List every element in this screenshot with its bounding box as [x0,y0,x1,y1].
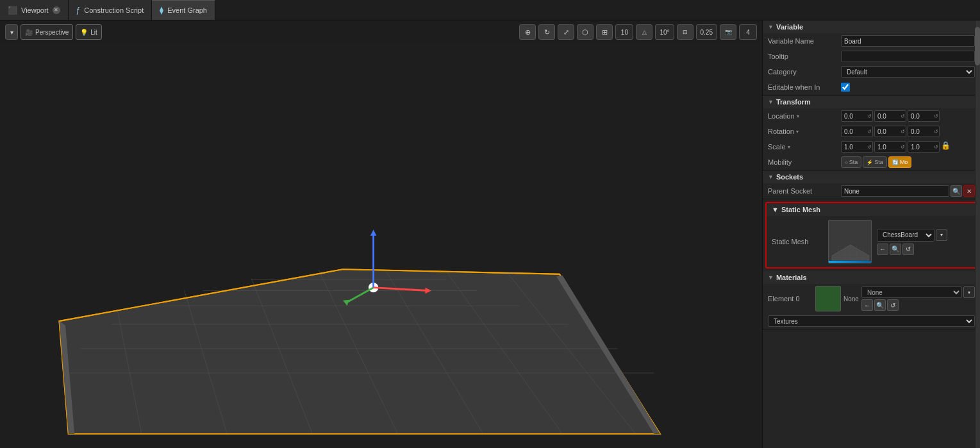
location-dropdown-arrow: ▾ [797,113,799,119]
location-inputs: ↺ ↺ ↺ [841,110,940,122]
mesh-back-btn[interactable]: ← [877,244,888,255]
mobility-stationary-btn[interactable]: ⚡ Sta [863,156,887,168]
scale-dropdown-arrow: ▾ [788,144,790,150]
mobility-row: Mobility ○ Sta ⚡ Sta 🔄 Mo [763,154,980,170]
transform-section: ▼ Transform Location ▾ ↺ ↺ [763,95,980,170]
sockets-collapse-arrow: ▼ [768,174,774,180]
editable-checkbox[interactable] [841,83,850,92]
category-select[interactable]: Default [841,66,975,78]
grid-size-btn[interactable]: 10 [615,24,633,40]
variable-section-header[interactable]: ▼ Variable [763,21,980,33]
variable-name-input[interactable] [841,35,975,47]
scene-3d[interactable] [0,44,762,448]
material-dropdown-arrow[interactable]: ▾ [963,286,975,298]
socket-clear-btn[interactable]: ✕ [963,185,975,197]
location-z-reset[interactable]: ↺ [934,113,938,119]
rotation-y-reset[interactable]: ↺ [901,129,905,135]
sockets-section-title: Sockets [776,173,803,181]
material-controls: None ▾ ← 🔍 ↺ [861,286,975,311]
grid-size-value: 10 [621,29,628,36]
camera-btn[interactable]: 📷 [720,24,736,40]
viewport-panel: ▾ 🎥 Perspective 💡 Lit ⊕ ↻ ⤢ ⬡ ⊞ 10 △ 10°… [0,21,762,448]
mobility-group: ○ Sta ⚡ Sta 🔄 Mo [841,156,911,168]
stationary-icon: ⚡ [867,160,873,165]
movable-icon: 🔄 [892,160,899,165]
mesh-action-row: ← 🔍 ↺ [877,244,947,255]
scale-btn[interactable]: ⤢ [558,24,574,40]
location-z-wrap: ↺ [908,110,940,122]
scale-z-reset[interactable]: ↺ [934,144,938,150]
textures-dropdown[interactable]: Textures [768,315,975,327]
mobility-movable-btn[interactable]: 🔄 Mo [888,156,912,168]
mesh-preview-svg [829,220,872,263]
tab-event-graph[interactable]: ⧫ Event Graph [152,0,215,20]
socket-search-btn[interactable]: 🔍 [951,185,962,197]
snap-btn[interactable]: ⊡ [677,24,693,40]
parent-socket-input[interactable] [841,185,949,197]
snap-size-btn[interactable]: 0.25 [696,24,717,40]
lit-btn[interactable]: 💡 Lit [76,24,102,40]
script-icon: ƒ [76,6,81,15]
movable-label: Mo [900,159,908,165]
rotate-btn[interactable]: ↻ [538,24,555,40]
scrollbar[interactable] [975,21,980,448]
angle-icon[interactable]: △ [636,24,652,40]
scale-y-reset[interactable]: ↺ [901,144,905,150]
transform-section-title: Transform [776,98,811,106]
location-y-reset[interactable]: ↺ [901,113,905,119]
snap-size-value: 0.25 [701,29,713,36]
mobility-static-btn[interactable]: ○ Sta [841,156,861,168]
material-back-btn[interactable]: ← [861,299,873,311]
material-select[interactable]: None [861,286,962,298]
scale-x-reset[interactable]: ↺ [867,144,872,150]
variable-name-label: Variable Name [768,37,838,45]
tab-viewport-close[interactable]: ✕ [53,6,60,14]
perspective-icon: 🎥 [25,29,33,36]
scale-row: Scale ▾ ↺ ↺ ↺ 🔒 [763,139,980,154]
grid-btn[interactable]: ⊞ [596,24,613,40]
scale-inputs: ↺ ↺ ↺ 🔒 [841,141,951,153]
mesh-content: Static Mesh [767,216,976,267]
viewport-icon: ⬛ [8,6,17,15]
material-search-btn[interactable]: 🔍 [874,299,886,311]
mesh-dropdown-btn[interactable]: ▾ [936,229,947,241]
main-content: ▾ 🎥 Perspective 💡 Lit ⊕ ↻ ⤢ ⬡ ⊞ 10 △ 10°… [0,21,980,448]
surface-snap-btn[interactable]: ⬡ [577,24,594,40]
tab-viewport[interactable]: ⬛ Viewport ✕ [0,0,69,20]
parent-socket-row: Parent Socket 🔍 ✕ [763,183,980,199]
scale-x-wrap: ↺ [841,141,873,153]
perspective-btn[interactable]: 🎥 Perspective [21,24,73,40]
materials-section-header[interactable]: ▼ Materials [763,271,980,284]
transform-section-header[interactable]: ▼ Transform [763,95,980,108]
rotation-x-reset[interactable]: ↺ [867,129,872,135]
rotation-y-wrap: ↺ [874,126,906,137]
tab-construction-script[interactable]: ƒ Construction Script [69,0,153,20]
category-row: Category Default [763,64,980,79]
mesh-refresh-btn[interactable]: ↺ [902,244,914,255]
editable-row: Editable when In [763,79,980,95]
mesh-name-select[interactable]: ChessBoard [877,229,934,242]
scrollbar-thumb[interactable] [975,27,980,65]
lock-icon[interactable]: 🔒 [941,141,951,153]
viewport-options-btn[interactable]: ▾ [5,24,18,40]
tooltip-label: Tooltip [768,53,838,60]
angle-btn[interactable]: 10° [655,24,674,40]
location-x-reset[interactable]: ↺ [867,113,872,119]
tooltip-input[interactable] [841,51,975,62]
material-refresh-btn[interactable]: ↺ [887,299,899,311]
translate-btn[interactable]: ⊕ [519,24,536,40]
svg-rect-36 [829,262,872,263]
editable-label: Editable when In [768,83,838,91]
rotation-z-reset[interactable]: ↺ [934,129,938,135]
static-mesh-header[interactable]: ▼ Static Mesh [767,203,976,216]
transform-collapse-arrow: ▼ [768,99,774,105]
mesh-row: Static Mesh [769,219,974,265]
category-label: Category [768,68,838,76]
scale-z-wrap: ↺ [908,141,940,153]
sockets-section-header[interactable]: ▼ Sockets [763,170,980,183]
textures-row: Textures [763,313,980,329]
lit-icon: 💡 [80,29,88,36]
mesh-search-btn[interactable]: 🔍 [890,244,901,255]
material-name: None [843,295,859,303]
camera-speed-btn[interactable]: 4 [739,24,757,40]
